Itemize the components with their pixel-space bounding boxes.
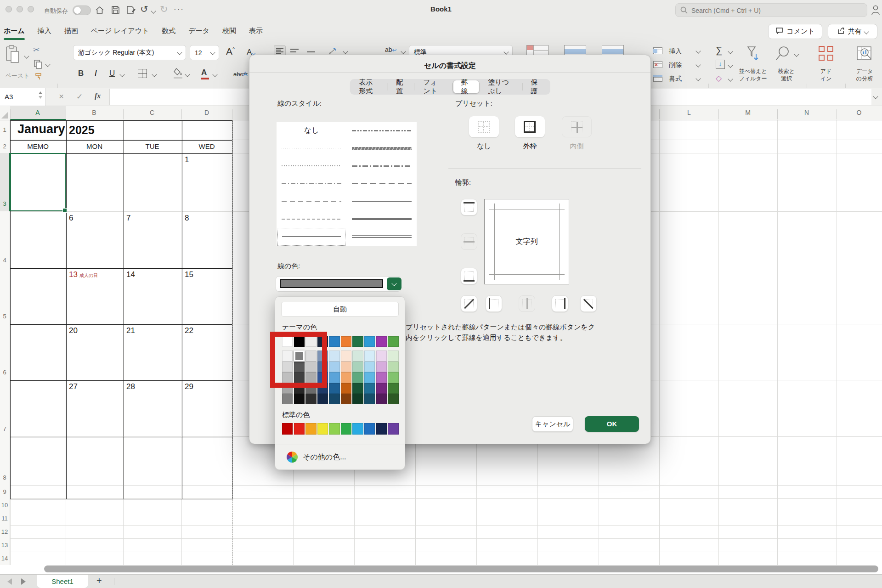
standard-color-swatch-1[interactable] [294, 423, 305, 435]
standard-color-swatch-9[interactable] [388, 423, 398, 435]
line-style-bold-dash[interactable] [348, 175, 416, 193]
ribbon-tab-2[interactable]: 挿入 [38, 26, 51, 36]
profile-icon[interactable] [871, 5, 880, 17]
theme-color-swatch-3-4[interactable] [329, 372, 339, 383]
align-middle-button[interactable] [290, 48, 300, 54]
line-color-dropdown-button[interactable] [387, 277, 401, 290]
line-style-double[interactable] [348, 228, 416, 246]
sheet-tab-active[interactable]: Sheet1 [37, 575, 88, 588]
dialog-tab-5[interactable]: 塗りつぶし [480, 80, 522, 93]
theme-color-swatch-1-5[interactable] [341, 351, 351, 361]
cut-icon[interactable]: ✂ [33, 45, 40, 55]
cell-dayheader-MON[interactable]: MON [66, 140, 123, 153]
sort-filter-button[interactable]: 並べ替えと フィルター [737, 44, 769, 85]
name-box[interactable]: A3 [0, 88, 46, 106]
theme-color-swatch-5-3[interactable] [317, 394, 328, 404]
theme-color-swatch-3-6[interactable] [352, 372, 363, 383]
line-style-bold-dash-dot-dot[interactable] [348, 122, 416, 140]
format-painter-icon[interactable] [35, 73, 43, 82]
ribbon-tab-3[interactable]: 描画 [64, 26, 78, 36]
format-cells-button[interactable]: 書式 [653, 74, 704, 85]
align-bottom-button[interactable] [307, 48, 317, 54]
cell-date-29[interactable]: 29 [181, 380, 232, 436]
standard-color-swatch-5[interactable] [341, 423, 351, 435]
col-header-B[interactable]: B [92, 109, 96, 116]
formula-bar-expand-icon[interactable] [873, 94, 878, 99]
wrap-text-button[interactable]: ab↩ [385, 46, 397, 53]
ribbon-tab-5[interactable]: 数式 [162, 26, 175, 36]
share-button[interactable]: 共有 [828, 24, 877, 39]
theme-color-swatch-3-5[interactable] [341, 372, 351, 383]
theme-color-swatch-2-8[interactable] [376, 362, 387, 372]
col-header-N[interactable]: N [804, 109, 809, 116]
border-diag-down-button[interactable] [580, 295, 597, 312]
cell-date-6[interactable]: 6 [66, 211, 123, 268]
font-size-combo[interactable]: 12 [190, 45, 219, 60]
fill-color-chevron-icon[interactable] [185, 72, 190, 77]
theme-color-swatch-1-7[interactable] [364, 351, 375, 361]
fill-down-button[interactable]: ↓ [716, 60, 725, 69]
selected-cell-A3[interactable] [10, 153, 66, 211]
standard-color-swatch-8[interactable] [376, 423, 387, 435]
theme-color-swatch-3-8[interactable] [376, 372, 387, 383]
paste-button[interactable]: ペースト [5, 44, 30, 80]
theme-color-swatch-0-8[interactable] [376, 336, 387, 347]
theme-color-swatch-5-5[interactable] [341, 394, 351, 404]
preset-outline-button[interactable] [515, 116, 545, 137]
dialog-tab-3[interactable]: フォント [415, 80, 452, 93]
theme-color-swatch-5-7[interactable] [364, 394, 375, 404]
increase-font-icon[interactable]: A^ [226, 46, 235, 57]
autosum-button[interactable]: ∑ [716, 45, 722, 56]
insert-cells-button[interactable]: ← 挿入 [653, 46, 704, 57]
select-all-corner[interactable] [1, 112, 8, 119]
clear-chevron-icon[interactable] [728, 76, 733, 81]
border-diag-up-button[interactable] [461, 295, 477, 312]
find-select-button[interactable]: 検索と 選択 [773, 44, 800, 85]
line-style-bold-dash-dot[interactable] [348, 157, 416, 175]
analyze-data-button[interactable]: データ の分析 [852, 44, 877, 85]
preset-none-button[interactable] [469, 116, 499, 137]
cell-date-1[interactable]: 1 [181, 153, 232, 211]
theme-color-swatch-2-4[interactable] [329, 362, 339, 372]
auto-color-button[interactable]: 自動 [282, 302, 398, 316]
theme-color-swatch-0-9[interactable] [388, 336, 398, 347]
dialog-tab-2[interactable]: 配置 [388, 80, 414, 93]
dialog-tab-1[interactable]: 表示形式 [351, 80, 387, 93]
theme-color-swatch-1-8[interactable] [376, 351, 387, 361]
font-color-button[interactable]: A [201, 68, 207, 77]
strikethrough-button[interactable]: abcA [233, 70, 248, 78]
theme-color-swatch-4-6[interactable] [352, 383, 363, 394]
cell-date-8[interactable]: 8 [181, 211, 232, 268]
ribbon-tab-7[interactable]: 校閲 [222, 26, 236, 36]
copy-icon[interactable] [34, 60, 42, 71]
theme-color-swatch-2-5[interactable] [341, 362, 351, 372]
theme-color-swatch-0-5[interactable] [341, 336, 351, 347]
prev-sheet-icon[interactable] [7, 578, 12, 585]
next-sheet-icon[interactable] [21, 578, 26, 585]
cell-dayheader-TUE[interactable]: TUE [123, 140, 181, 153]
col-header-C[interactable]: C [150, 109, 154, 116]
line-color-combo[interactable] [276, 276, 401, 292]
delete-cells-button[interactable]: × 削除 [653, 60, 704, 71]
confirm-entry-icon[interactable]: ✓ [76, 92, 83, 102]
underline-chevron-icon[interactable] [119, 72, 124, 77]
theme-color-swatch-4-9[interactable] [388, 383, 398, 394]
fill-down-chevron-icon[interactable] [728, 62, 733, 68]
standard-color-swatch-7[interactable] [364, 423, 375, 435]
line-style-solid-med[interactable] [348, 192, 416, 210]
cell-B1[interactable]: 2025 [69, 124, 95, 137]
theme-color-swatch-1-4[interactable] [329, 351, 339, 361]
bold-button[interactable]: B [78, 69, 84, 78]
ribbon-tab-6[interactable]: データ [188, 26, 209, 36]
theme-color-swatch-4-5[interactable] [341, 383, 351, 394]
horizontal-scrollbar[interactable] [44, 565, 878, 572]
orientation-chevron-icon[interactable] [343, 49, 348, 54]
cell-date-7[interactable]: 7 [123, 211, 181, 268]
cell-date-20[interactable]: 20 [66, 324, 123, 380]
standard-color-swatch-3[interactable] [317, 423, 328, 435]
theme-color-swatch-5-6[interactable] [352, 394, 363, 404]
ribbon-tab-1[interactable]: ホーム [4, 26, 25, 36]
dialog-tab-4[interactable]: 罫線 [453, 80, 479, 93]
col-header-L[interactable]: L [687, 109, 691, 116]
theme-color-swatch-4-8[interactable] [376, 383, 387, 394]
